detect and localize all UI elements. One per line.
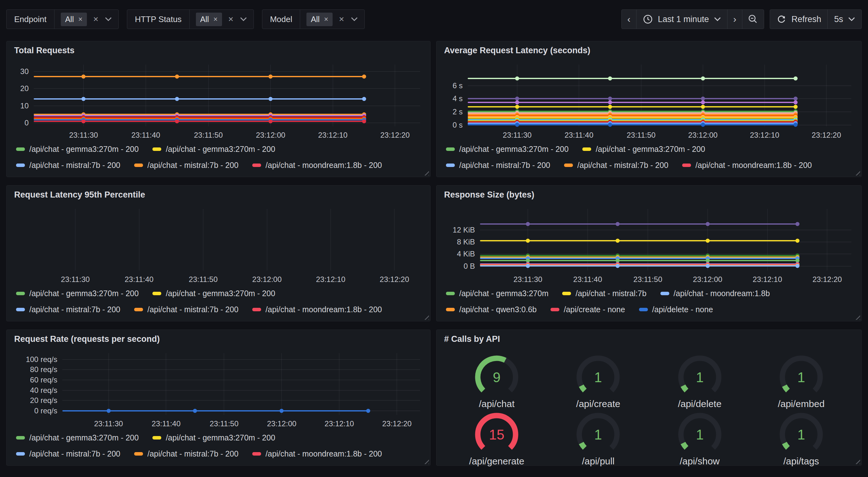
data-point bbox=[82, 75, 86, 79]
tag-remove-icon[interactable]: × bbox=[324, 16, 328, 23]
refresh-interval-button[interactable]: 5s bbox=[828, 10, 861, 29]
legend-item[interactable]: /api/chat - mistral:7b - 200 bbox=[16, 305, 120, 314]
x-gridline bbox=[397, 353, 397, 415]
legend-item[interactable]: /api/chat - mistral:7b - 200 bbox=[134, 449, 239, 458]
filter-endpoint-tag[interactable]: All × bbox=[61, 12, 87, 26]
y-gridline bbox=[468, 85, 851, 86]
legend-item[interactable]: /api/chat - mistral:7b bbox=[562, 289, 646, 298]
legend-row: /api/chat - mistral:7b - 200/api/chat - … bbox=[16, 449, 423, 458]
legend-item[interactable]: /api/chat - gemma3:270m - 200 bbox=[152, 433, 275, 442]
legend-swatch bbox=[134, 308, 143, 311]
data-point bbox=[608, 100, 612, 104]
x-axis-tick-label: 23:12:10 bbox=[753, 275, 782, 284]
legend-item[interactable]: /api/chat - gemma3:270m - 200 bbox=[16, 289, 138, 298]
filter-endpoint-value[interactable]: All × × bbox=[55, 10, 119, 29]
filter-http-status-label[interactable]: HTTP Status bbox=[127, 10, 189, 29]
x-axis-tick-label: 23:11:30 bbox=[94, 419, 123, 428]
x-gridline bbox=[281, 353, 282, 415]
legend-item[interactable]: /api/chat - moondream:1.8b - 200 bbox=[252, 449, 382, 458]
legend-item[interactable]: /api/chat - moondream:1.8b - 200 bbox=[252, 161, 382, 170]
panel-title[interactable]: # Calls by API bbox=[444, 334, 500, 344]
panel-title[interactable]: Request Rate (requests per second) bbox=[14, 334, 160, 344]
clear-selection-icon[interactable]: × bbox=[228, 15, 234, 24]
time-series-chart[interactable]: 0 req/s20 req/s40 req/s60 req/s80 req/s1… bbox=[16, 351, 423, 429]
legend-item[interactable]: /api/delete - none bbox=[639, 305, 713, 314]
panel-title[interactable]: Response Size (bytes) bbox=[444, 190, 534, 200]
legend-item[interactable]: /api/chat - gemma3:270m bbox=[446, 289, 548, 298]
x-axis-tick-label: 23:11:40 bbox=[131, 131, 160, 140]
panel-title[interactable]: Average Request Latency (seconds) bbox=[444, 46, 590, 55]
legend-label: /api/chat - mistral:7b - 200 bbox=[147, 305, 239, 314]
filter-http-status-tag[interactable]: All × bbox=[196, 12, 222, 26]
legend-item[interactable]: /api/chat - mistral:7b - 200 bbox=[134, 161, 239, 170]
legend-item[interactable]: /api/create - none bbox=[551, 305, 625, 314]
legend-item[interactable]: /api/chat - mistral:7b - 200 bbox=[16, 449, 120, 458]
legend-swatch bbox=[252, 452, 261, 455]
panel-request-rate: Request Rate (requests per second) 0 req… bbox=[6, 330, 431, 466]
chevron-down-icon[interactable] bbox=[104, 17, 112, 22]
data-point bbox=[701, 123, 705, 127]
data-point bbox=[269, 75, 273, 79]
panel-resize-handle[interactable] bbox=[855, 458, 860, 464]
x-gridline bbox=[587, 209, 588, 271]
legend-label: /api/chat - moondream:1.8b - 200 bbox=[695, 161, 812, 170]
time-series-chart[interactable]: 0 s2 s4 s6 s23:11:3023:11:4023:11:5023:1… bbox=[446, 62, 855, 141]
time-series-chart[interactable]: 0 B4 KiB8 KiB12 KiB23:11:3023:11:4023:11… bbox=[446, 206, 855, 285]
legend-swatch bbox=[16, 452, 25, 455]
filter-endpoint-label[interactable]: Endpoint bbox=[7, 10, 55, 29]
gauge-label: /api/generate bbox=[469, 456, 524, 467]
data-point bbox=[701, 100, 705, 104]
time-range-picker-button[interactable]: Last 1 minute bbox=[637, 10, 727, 29]
gauge-value: 1 bbox=[798, 369, 805, 385]
time-series-chart[interactable]: 010203023:11:3023:11:4023:11:5023:12:002… bbox=[16, 62, 423, 141]
legend-item[interactable]: /api/chat - gemma3:270m - 200 bbox=[152, 289, 275, 298]
legend-item[interactable]: /api/chat - gemma3:270m - 200 bbox=[446, 145, 568, 154]
legend-item[interactable]: /api/chat - mistral:7b - 200 bbox=[564, 161, 668, 170]
template-variable-filters: Endpoint All × × HTTP Status All bbox=[6, 9, 365, 29]
legend-item[interactable]: /api/chat - moondream:1.8b - 200 bbox=[252, 305, 382, 314]
x-gridline bbox=[75, 209, 75, 271]
legend-item[interactable]: /api/chat - moondream:1.8b - 200 bbox=[682, 161, 812, 170]
y-gridline bbox=[62, 380, 420, 380]
legend-row: /api/chat - qwen3:0.6b/api/create - none… bbox=[446, 305, 854, 314]
legend-row: /api/chat - mistral:7b - 200/api/chat - … bbox=[446, 161, 854, 170]
legend-item[interactable]: /api/chat - gemma3:270m - 200 bbox=[152, 145, 275, 154]
time-shift-forward-button[interactable]: › bbox=[727, 10, 742, 29]
panel-title[interactable]: Request Latency 95th Percentile bbox=[14, 190, 145, 200]
panel-title[interactable]: Total Requests bbox=[14, 46, 75, 55]
tag-remove-icon[interactable]: × bbox=[78, 16, 82, 23]
legend-item[interactable]: /api/chat - gemma3:270m - 200 bbox=[16, 145, 138, 154]
filter-http-status-value[interactable]: All × × bbox=[190, 10, 254, 29]
filter-model-tag[interactable]: All × bbox=[306, 12, 333, 26]
legend-label: /api/chat - mistral:7b - 200 bbox=[577, 161, 668, 170]
filter-model-value[interactable]: All × × bbox=[300, 10, 364, 29]
panel-resize-handle[interactable] bbox=[855, 314, 860, 320]
refresh-button[interactable]: Refresh bbox=[770, 10, 828, 29]
panel-resize-handle[interactable] bbox=[423, 314, 429, 320]
chevron-down-icon[interactable] bbox=[350, 17, 358, 22]
gauge-label: /api/create bbox=[576, 398, 620, 409]
x-axis-tick-label: 23:11:30 bbox=[61, 275, 90, 284]
tag-remove-icon[interactable]: × bbox=[213, 16, 217, 23]
chevron-down-icon[interactable] bbox=[240, 17, 247, 22]
zoom-out-time-button[interactable] bbox=[742, 10, 764, 29]
time-shift-back-button[interactable]: ‹ bbox=[622, 10, 637, 29]
filter-model-label[interactable]: Model bbox=[262, 10, 300, 29]
panel-resize-handle[interactable] bbox=[855, 170, 860, 176]
legend-item[interactable]: /api/chat - gemma3:270m - 200 bbox=[16, 433, 138, 442]
x-gridline bbox=[827, 209, 827, 271]
data-point bbox=[794, 105, 798, 109]
legend-item[interactable]: /api/chat - mistral:7b - 200 bbox=[446, 161, 550, 170]
legend-item[interactable]: /api/chat - mistral:7b - 200 bbox=[134, 305, 239, 314]
time-series-chart[interactable]: 23:11:3023:11:4023:11:5023:12:0023:12:10… bbox=[16, 206, 423, 285]
legend-item[interactable]: /api/chat - moondream:1.8b bbox=[660, 289, 770, 298]
legend-item[interactable]: /api/chat - qwen3:0.6b bbox=[446, 305, 537, 314]
filter-model: Model All × × bbox=[262, 9, 364, 29]
clear-selection-icon[interactable]: × bbox=[339, 15, 344, 24]
legend-swatch bbox=[660, 292, 669, 295]
clear-selection-icon[interactable]: × bbox=[93, 15, 98, 24]
legend-item[interactable]: /api/chat - gemma3:270m - 200 bbox=[582, 145, 705, 154]
panel-resize-handle[interactable] bbox=[423, 458, 429, 464]
legend-item[interactable]: /api/chat - mistral:7b - 200 bbox=[16, 161, 120, 170]
panel-resize-handle[interactable] bbox=[423, 170, 429, 176]
